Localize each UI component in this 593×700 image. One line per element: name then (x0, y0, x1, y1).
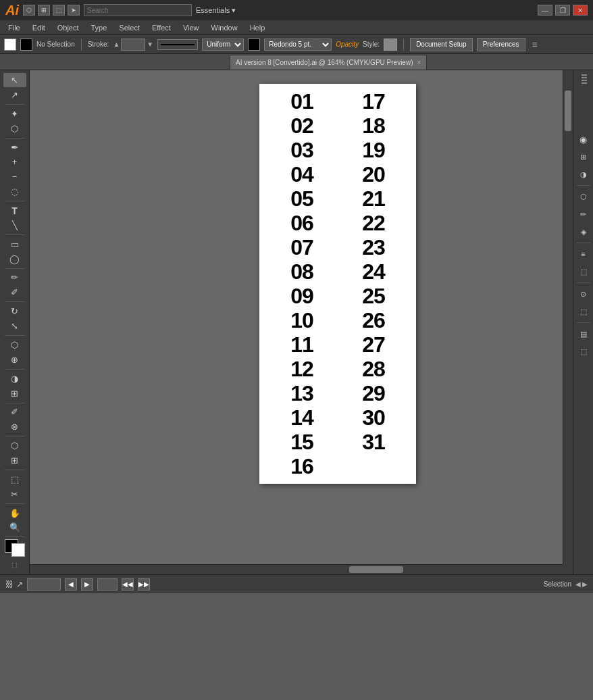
stroke-up-icon[interactable]: ▲ (113, 41, 120, 48)
stroke-type-select[interactable]: Uniform (202, 39, 244, 51)
column-graph-tool[interactable]: ⊞ (3, 453, 26, 468)
panel-layers-btn[interactable]: ▤ (575, 326, 592, 342)
fill-color-swatch[interactable] (4, 39, 16, 51)
close-button[interactable]: ✕ (573, 5, 588, 16)
nav-next-btn[interactable]: ▶ (81, 578, 93, 591)
menu-file[interactable]: File (3, 22, 26, 33)
stroke-down-icon[interactable]: ▼ (147, 41, 153, 48)
horizontal-scroll-thumb[interactable] (349, 566, 403, 573)
zoom-icon: 🔍 (9, 522, 20, 532)
page-input[interactable]: 1 (97, 578, 118, 591)
panel-color-btn[interactable]: ◉ (575, 131, 592, 147)
essentials-label[interactable]: Essentials ▾ (196, 6, 236, 15)
scale-icon: ⤡ (11, 321, 18, 331)
panel-stroke-btn[interactable]: ⊞ (575, 149, 592, 165)
rotate-tool[interactable]: ↻ (3, 304, 26, 318)
pen-tool[interactable]: ✒ (3, 140, 26, 154)
stroke-color-swatch[interactable] (20, 39, 32, 51)
scale-tool[interactable]: ⤡ (3, 319, 26, 333)
share-btn[interactable]: ➤ (68, 5, 80, 16)
stroke-value-input[interactable]: 1 pt (121, 39, 145, 51)
warp-tool[interactable]: ⬡ (3, 338, 26, 352)
stroke-line (161, 44, 195, 45)
nav-first-btn[interactable]: ◀◀ (122, 578, 134, 591)
panel-symbols-btn[interactable]: ◈ (575, 224, 592, 240)
number-right: 29 (338, 382, 409, 404)
type-tool[interactable]: T (3, 203, 26, 218)
ellipse-tool[interactable]: ◯ (3, 252, 26, 266)
nav-prev-btn[interactable]: ◀ (65, 578, 77, 591)
menu-object[interactable]: Object (52, 22, 84, 33)
panel-appearance-btn[interactable]: ⬚ (575, 264, 592, 280)
zoom-area: 164% (27, 578, 61, 591)
minimize-button[interactable]: — (538, 5, 552, 16)
color-swatches[interactable] (3, 539, 26, 557)
direct-selection-tool[interactable]: ↗ (3, 88, 26, 102)
zoom-tool[interactable]: 🔍 (3, 520, 26, 534)
menu-effect[interactable]: Effect (147, 22, 176, 33)
eyedropper-tool[interactable]: ✐ (3, 405, 26, 419)
panel-resize-handle[interactable] (582, 74, 586, 128)
status-prev-arrow[interactable]: ◀ (575, 580, 581, 588)
panel-align-btn[interactable]: ⊙ (575, 286, 592, 302)
panel-artboards-btn[interactable]: ⬚ (575, 343, 592, 359)
view-btn[interactable]: ⬚ (53, 5, 65, 16)
search-input[interactable] (84, 4, 192, 16)
width-tool[interactable]: ⊕ (3, 353, 26, 367)
restore-button[interactable]: ❐ (555, 5, 570, 16)
bridge-btn[interactable]: ⊞ (38, 5, 50, 16)
font-select[interactable]: Redondo 5 pt. (264, 39, 332, 51)
background-swatch[interactable] (11, 543, 25, 557)
link-icon[interactable]: ⛓ (5, 580, 14, 589)
add-anchor-tool[interactable]: + (3, 155, 26, 169)
symbol-tool[interactable]: ⬡ (3, 439, 26, 453)
number-left: 11 (266, 334, 338, 355)
menu-help[interactable]: Help (244, 22, 271, 33)
menu-edit[interactable]: Edit (27, 22, 51, 33)
menu-type[interactable]: Type (86, 22, 113, 33)
rect-tool[interactable]: ▭ (3, 237, 26, 251)
magic-wand-tool[interactable]: ✦ (3, 107, 26, 121)
export-icon[interactable]: ↗ (16, 580, 23, 589)
document-tab-close[interactable]: × (417, 59, 421, 66)
menu-select[interactable]: Select (113, 22, 145, 33)
panel-gradient-btn[interactable]: ◑ (575, 166, 592, 182)
pencil-tool[interactable]: ✐ (3, 285, 26, 299)
more-options-icon[interactable]: ≡ (532, 39, 538, 50)
canvas-area[interactable]: 0117021803190420052106220723082409251026… (30, 70, 573, 574)
screen-mode[interactable]: ⬚ (3, 557, 26, 572)
selection-tool[interactable]: ↖ (3, 73, 26, 87)
lasso-tool[interactable]: ⬡ (3, 122, 26, 136)
horizontal-scrollbar[interactable] (30, 564, 563, 574)
mesh-tool[interactable]: ⊞ (3, 386, 26, 401)
vertical-scroll-thumb[interactable] (565, 91, 571, 131)
status-next-arrow[interactable]: ▶ (582, 580, 588, 588)
panel-brushes-btn[interactable]: ✏ (575, 206, 592, 222)
document-setup-button[interactable]: Document Setup (410, 38, 473, 51)
color-indicator[interactable] (248, 39, 260, 51)
tool-divider-10 (5, 436, 25, 436)
preferences-button[interactable]: Preferences (477, 38, 525, 51)
blend-tool[interactable]: ⊗ (3, 420, 26, 434)
style-color-box[interactable] (384, 39, 397, 51)
panel-transform-btn[interactable]: ⬚ (575, 303, 592, 320)
nav-last-btn[interactable]: ▶▶ (138, 578, 150, 591)
line-tool[interactable]: ╲ (3, 218, 26, 232)
artboard-tool[interactable]: ⬚ (3, 472, 26, 486)
vertical-scrollbar[interactable] (563, 70, 573, 564)
gradient-tool[interactable]: ◑ (3, 372, 26, 386)
number-row: 0622 (266, 211, 409, 235)
menu-window[interactable]: Window (206, 22, 243, 33)
slice-tool[interactable]: ✂ (3, 487, 26, 501)
brushes-panel-icon: ✏ (580, 210, 586, 219)
menu-view[interactable]: View (178, 22, 205, 33)
zoom-input[interactable]: 164% (27, 578, 61, 591)
panel-swatches-btn[interactable]: ⬡ (575, 189, 592, 205)
panel-graphic-styles-btn[interactable]: ≡ (575, 246, 592, 262)
delete-anchor-tool[interactable]: − (3, 170, 26, 184)
convert-anchor-tool[interactable]: ◌ (3, 184, 26, 199)
paintbrush-tool[interactable]: ✏ (3, 271, 26, 285)
arrange-btn[interactable]: ⬡ (23, 5, 35, 16)
document-tab[interactable]: AI version 8 [Convertido].ai @ 164% (CMY… (230, 55, 427, 70)
hand-tool[interactable]: ✋ (3, 506, 26, 520)
